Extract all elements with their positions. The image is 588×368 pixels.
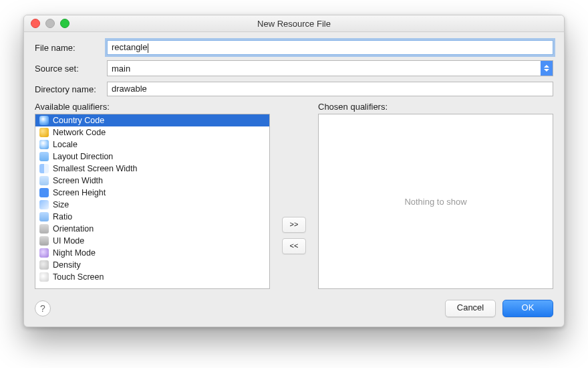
window-controls	[31, 19, 69, 28]
label-source-set: Source set:	[35, 64, 107, 74]
dialog-window: New Resource File File name: rectangle S…	[23, 15, 565, 327]
smallest-screen-width-icon	[39, 164, 49, 173]
screen-width-icon	[39, 176, 49, 185]
qualifier-item-country-code[interactable]: Country Code	[35, 114, 269, 126]
chevron-up-down-icon	[541, 61, 553, 76]
qualifier-item-layout-direction[interactable]: Layout Direction	[35, 151, 269, 163]
size-icon	[39, 200, 49, 209]
qualifier-item-network-code[interactable]: Network Code	[35, 126, 269, 139]
qualifier-item-size[interactable]: Size	[35, 199, 269, 211]
minimize-icon	[45, 19, 55, 28]
chosen-empty-text: Nothing to show	[404, 197, 466, 207]
qualifier-columns: Available qualifiers: Country CodeNetwor…	[35, 102, 553, 289]
qualifier-label: Density	[53, 259, 81, 271]
dialog-footer: ? Cancel OK	[35, 300, 553, 317]
move-buttons-column: >> <<	[270, 102, 318, 289]
close-icon[interactable]	[31, 19, 40, 28]
titlebar: New Resource File	[24, 15, 564, 32]
qualifier-item-ratio[interactable]: Ratio	[35, 211, 269, 223]
qualifier-item-screen-height[interactable]: Screen Height	[35, 187, 269, 199]
night-mode-icon	[39, 248, 49, 258]
country-code-icon	[39, 116, 49, 125]
qualifier-item-ui-mode[interactable]: UI Mode	[35, 235, 269, 247]
available-listbox[interactable]: Country CodeNetwork CodeLocaleLayout Dir…	[35, 114, 270, 289]
qualifier-item-night-mode[interactable]: Night Mode	[35, 247, 269, 259]
qualifier-item-orientation[interactable]: Orientation	[35, 223, 269, 235]
qualifier-item-touch-screen[interactable]: Touch Screen	[35, 271, 269, 283]
qualifier-label: Country Code	[53, 114, 104, 126]
move-left-button[interactable]: <<	[282, 238, 306, 254]
qualifier-label: Screen Height	[53, 187, 106, 199]
qualifier-label: Orientation	[53, 223, 94, 235]
network-code-icon	[39, 128, 49, 137]
directory-input[interactable]: drawable	[107, 82, 553, 96]
ok-button[interactable]: OK	[502, 300, 553, 317]
move-right-button[interactable]: >>	[282, 217, 306, 233]
row-file-name: File name: rectangle	[35, 40, 553, 55]
touch-screen-icon	[39, 272, 49, 282]
qualifier-label: Ratio	[53, 211, 72, 223]
file-name-value: rectangle	[112, 42, 147, 52]
text-caret	[148, 43, 148, 53]
chosen-listbox[interactable]: Nothing to show	[318, 114, 553, 289]
chosen-heading: Chosen qualifiers:	[318, 102, 553, 112]
chosen-column: Chosen qualifiers: Nothing to show	[318, 102, 553, 289]
locale-icon	[39, 140, 49, 149]
orientation-icon	[39, 224, 49, 234]
qualifier-label: Screen Width	[53, 175, 103, 187]
ui-mode-icon	[39, 236, 49, 246]
qualifier-label: Size	[53, 199, 69, 211]
source-set-select[interactable]: main	[107, 60, 553, 76]
qualifier-label: Locale	[53, 139, 78, 151]
row-source-set: Source set: main	[35, 60, 553, 76]
help-button[interactable]: ?	[35, 300, 51, 316]
label-directory: Directory name:	[35, 84, 107, 94]
file-name-input[interactable]: rectangle	[107, 40, 553, 55]
ratio-icon	[39, 212, 49, 221]
qualifier-item-smallest-screen-width[interactable]: Smallest Screen Width	[35, 163, 269, 175]
qualifier-label: Night Mode	[53, 247, 96, 259]
label-file-name: File name:	[35, 43, 107, 53]
qualifier-item-locale[interactable]: Locale	[35, 139, 269, 151]
zoom-icon[interactable]	[60, 19, 69, 28]
available-heading: Available qualifiers:	[35, 102, 270, 112]
density-icon	[39, 260, 49, 270]
layout-direction-icon	[39, 152, 49, 161]
qualifier-label: Network Code	[53, 126, 106, 139]
row-directory: Directory name: drawable	[35, 82, 553, 96]
qualifier-label: UI Mode	[53, 235, 84, 247]
directory-value: drawable	[112, 84, 147, 94]
source-set-value: main	[112, 64, 130, 74]
qualifier-label: Smallest Screen Width	[53, 163, 137, 175]
dialog-content: File name: rectangle Source set: main Di…	[24, 32, 564, 327]
qualifier-item-density[interactable]: Density	[35, 259, 269, 271]
available-column: Available qualifiers: Country CodeNetwor…	[35, 102, 270, 289]
qualifier-label: Layout Direction	[53, 151, 113, 163]
screen-height-icon	[39, 188, 49, 197]
qualifier-label: Touch Screen	[53, 271, 104, 283]
cancel-button[interactable]: Cancel	[445, 300, 496, 317]
qualifier-item-screen-width[interactable]: Screen Width	[35, 175, 269, 187]
window-title: New Resource File	[24, 19, 564, 29]
